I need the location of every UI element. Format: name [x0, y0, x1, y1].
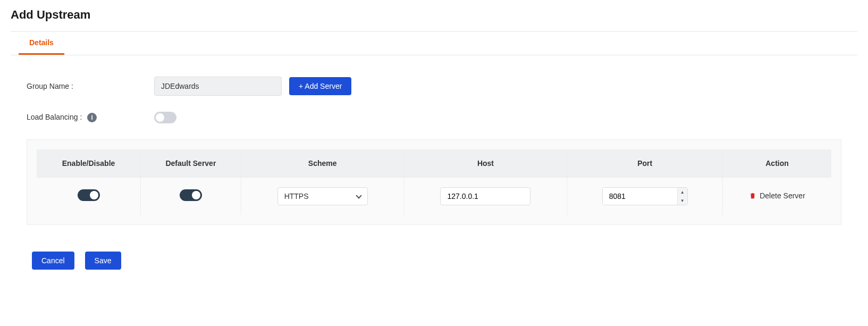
chevron-down-icon: [356, 193, 361, 198]
load-balancing-toggle[interactable]: [154, 112, 176, 123]
port-step-up[interactable]: ▲: [678, 188, 687, 196]
toggle-knob: [156, 113, 164, 122]
servers-table: Enable/Disable Default Server Scheme Hos…: [37, 149, 831, 215]
add-server-button[interactable]: + Add Server: [289, 77, 351, 95]
cancel-button[interactable]: Cancel: [32, 252, 74, 270]
servers-table-wrap: Enable/Disable Default Server Scheme Hos…: [27, 139, 841, 225]
col-port: Port: [567, 149, 723, 177]
group-name-input[interactable]: [154, 77, 282, 96]
group-name-row: Group Name : + Add Server: [27, 77, 857, 96]
port-input[interactable]: [603, 188, 677, 205]
trash-icon: [749, 192, 756, 199]
col-default: Default Server: [141, 149, 241, 177]
col-scheme: Scheme: [241, 149, 404, 177]
tab-details[interactable]: Details: [19, 32, 64, 55]
table-row: HTTPS ▲ ▼: [37, 177, 831, 215]
load-balancing-label-text: Load Balancing :: [27, 113, 82, 121]
save-button[interactable]: Save: [85, 252, 121, 270]
delete-server-button[interactable]: Delete Server: [749, 191, 805, 200]
toggle-knob: [90, 191, 98, 199]
host-input[interactable]: [440, 187, 530, 205]
load-balancing-row: Load Balancing : i: [27, 112, 857, 123]
delete-server-label: Delete Server: [760, 191, 805, 200]
toggle-knob: [192, 191, 200, 199]
col-enable: Enable/Disable: [37, 149, 141, 177]
tabs: Details: [11, 32, 857, 55]
col-action: Action: [723, 149, 831, 177]
scheme-value: HTTPS: [284, 192, 309, 200]
enable-toggle[interactable]: [78, 189, 100, 201]
default-server-toggle[interactable]: [180, 189, 202, 201]
col-host: Host: [404, 149, 568, 177]
port-input-wrap: ▲ ▼: [602, 187, 688, 205]
port-stepper: ▲ ▼: [677, 188, 687, 205]
group-name-label: Group Name :: [27, 82, 154, 90]
load-balancing-label: Load Balancing : i: [27, 113, 154, 122]
page-title: Add Upstream: [11, 8, 857, 22]
footer-buttons: Cancel Save: [11, 252, 857, 270]
scheme-select[interactable]: HTTPS: [277, 187, 368, 205]
form-area: Group Name : + Add Server Load Balancing…: [11, 77, 857, 123]
info-icon[interactable]: i: [87, 113, 97, 122]
port-step-down[interactable]: ▼: [678, 196, 687, 205]
